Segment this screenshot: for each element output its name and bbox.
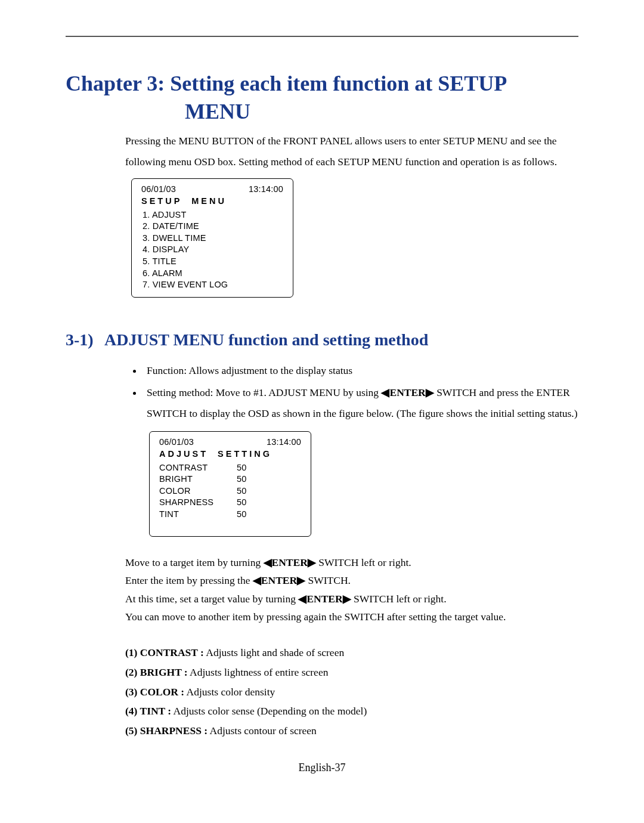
def-desc: Adjusts color sense (Depending on the mo… — [171, 705, 367, 717]
osd-item: 1. ADJUST — [143, 209, 283, 221]
enter-switch-symbol: ◀ENTER▶ — [253, 574, 305, 586]
osd-row-value: 50 — [237, 485, 247, 497]
page-footer: English-37 — [66, 762, 578, 774]
enter-switch-symbol: ◀ENTER▶ — [298, 593, 351, 605]
osd-title-setting: SETTING — [218, 449, 272, 459]
def-desc: Adjusts lightness of entire screen — [188, 666, 329, 678]
text: SWITCH left or right. — [351, 593, 447, 605]
osd-title-setup: SETUP — [141, 196, 182, 206]
definition-list: (1) CONTRAST : Adjusts light and shade o… — [125, 644, 578, 740]
def-term: (2) BRIGHT : — [125, 666, 188, 678]
text: Move to a target item by turning — [125, 556, 264, 568]
osd-row: BRIGHT50 — [159, 474, 301, 485]
osd-title: SETUP MENU — [141, 196, 283, 208]
chapter-title: Chapter 3: Setting each item function at… — [66, 70, 578, 126]
instruction-line: At this time, set a target value by turn… — [125, 590, 578, 608]
osd-setting-list: CONTRAST50 BRIGHT50 COLOR50 SHARPNESS50 … — [159, 462, 301, 521]
osd-header: 06/01/03 13:14:00 — [141, 184, 283, 196]
definition-item: (5) SHARPNESS : Adjusts contour of scree… — [125, 722, 578, 740]
osd-title-menu: MENU — [191, 196, 227, 206]
text: At this time, set a target value by turn… — [125, 593, 298, 605]
osd-row-label: TINT — [159, 509, 237, 521]
instruction-line: Enter the item by pressing the ◀ENTER▶ S… — [125, 571, 578, 590]
osd-row-value: 50 — [237, 497, 247, 509]
instruction-line: You can move to another item by pressing… — [125, 608, 578, 626]
setup-menu-osd: 06/01/03 13:14:00 SETUP MENU 1. ADJUST 2… — [131, 178, 293, 298]
def-term: (3) COLOR : — [125, 686, 184, 698]
osd-row-label: SHARPNESS — [159, 497, 237, 509]
def-term: (1) CONTRAST : — [125, 646, 204, 658]
osd-item: 5. TITLE — [143, 256, 283, 268]
osd-title-adjust: ADJUST — [159, 449, 208, 459]
osd-item: 4. DISPLAY — [143, 244, 283, 256]
osd-date: 06/01/03 — [159, 437, 194, 448]
osd-row: SHARPNESS50 — [159, 497, 301, 509]
text: SWITCH left or right. — [316, 556, 411, 568]
bullet-setting-method: Setting method: Move to #1. ADJUST MENU … — [143, 382, 578, 424]
definition-item: (3) COLOR : Adjusts color density — [125, 683, 578, 701]
section-number: 3-1) — [66, 330, 104, 349]
manual-page: Chapter 3: Setting each item function at… — [0, 0, 644, 798]
section-3-1-title: 3-1)ADJUST MENU function and setting met… — [66, 330, 578, 349]
osd-row: COLOR50 — [159, 485, 301, 497]
osd-item: 6. ALARM — [143, 268, 283, 280]
osd-date: 06/01/03 — [141, 184, 176, 196]
osd-time: 13:14:00 — [249, 184, 283, 196]
osd-item: 3. DWELL TIME — [143, 233, 283, 245]
bullet-text-a: Setting method: Move to #1. ADJUST MENU … — [147, 386, 381, 398]
def-term: (5) SHARPNESS : — [125, 725, 208, 737]
section-bullets: Function: Allows adjustment to the displ… — [143, 360, 578, 424]
osd-title: ADJUST SETTING — [159, 448, 301, 460]
osd-item-list: 1. ADJUST 2. DATE/TIME 3. DWELL TIME 4. … — [141, 209, 283, 291]
instruction-line: Move to a target item by turning ◀ENTER▶… — [125, 553, 578, 572]
osd-item: 7. VIEW EVENT LOG — [143, 279, 283, 291]
osd-header: 06/01/03 13:14:00 — [159, 437, 301, 448]
chapter-title-line2: MENU — [66, 98, 578, 126]
definition-item: (1) CONTRAST : Adjusts light and shade o… — [125, 644, 578, 662]
adjust-setting-osd: 06/01/03 13:14:00 ADJUST SETTING CONTRAS… — [149, 431, 311, 537]
osd-row-label: CONTRAST — [159, 462, 237, 474]
intro-line-1: Pressing the MENU BUTTON of the FRONT PA… — [125, 131, 578, 151]
bullet-function: Function: Allows adjustment to the displ… — [143, 360, 578, 381]
osd-row-label: COLOR — [159, 485, 237, 497]
top-divider — [66, 36, 578, 37]
intro-paragraph: Pressing the MENU BUTTON of the FRONT PA… — [125, 131, 578, 172]
osd-row-value: 50 — [237, 509, 247, 521]
enter-switch-symbol: ◀ENTER▶ — [381, 386, 434, 398]
instruction-paragraphs: Move to a target item by turning ◀ENTER▶… — [125, 553, 578, 627]
osd-row: CONTRAST50 — [159, 462, 301, 474]
text: Enter the item by pressing the — [125, 574, 253, 586]
intro-line-2: following menu OSD box. Setting method o… — [125, 151, 578, 172]
osd-item: 2. DATE/TIME — [143, 221, 283, 233]
osd-row: TINT50 — [159, 509, 301, 521]
text: SWITCH. — [305, 574, 351, 586]
osd-row-value: 50 — [237, 474, 247, 485]
definition-item: (2) BRIGHT : Adjusts lightness of entire… — [125, 664, 578, 682]
osd-time: 13:14:00 — [267, 437, 301, 448]
section-heading: ADJUST MENU function and setting method — [104, 330, 428, 349]
osd-row-label: BRIGHT — [159, 474, 237, 485]
osd-row-value: 50 — [237, 462, 247, 474]
def-desc: Adjusts color density — [184, 686, 275, 698]
enter-switch-symbol: ◀ENTER▶ — [264, 556, 316, 568]
chapter-title-line1: Chapter 3: Setting each item function at… — [66, 72, 507, 95]
definition-item: (4) TINT : Adjusts color sense (Dependin… — [125, 703, 578, 720]
def-term: (4) TINT : — [125, 705, 171, 717]
def-desc: Adjusts contour of screen — [208, 725, 317, 737]
def-desc: Adjusts light and shade of screen — [204, 646, 344, 658]
